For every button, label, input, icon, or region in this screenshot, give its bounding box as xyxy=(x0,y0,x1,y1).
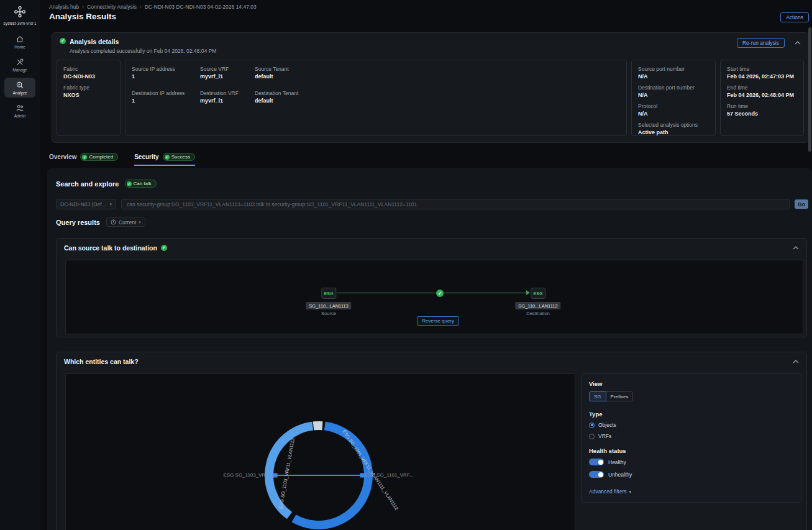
field-value: N/A xyxy=(638,111,709,117)
field-label: Start time xyxy=(727,66,797,72)
field-label: Selected analysis options xyxy=(638,122,709,128)
badge-label: Completed xyxy=(89,154,113,160)
tab-overview[interactable]: Overview ✓ Completed xyxy=(49,153,118,166)
breadcrumb-link-connectivity-analysis[interactable]: Connectivity Analysis xyxy=(87,4,137,10)
field-value: NXOS xyxy=(63,92,114,98)
page-scrollbar[interactable] xyxy=(808,27,811,152)
view-sg-button[interactable]: SG xyxy=(589,391,606,401)
admin-icon xyxy=(16,104,24,112)
view-segmented-control: SG Prefixes xyxy=(589,391,793,401)
fabric-scope-select[interactable]: DC-NDI-N03 (Def... ▾ xyxy=(56,199,116,209)
collapse-entities-chevron-icon[interactable] xyxy=(793,360,799,363)
chord-left-node-label[interactable]: ESG SG_1103_VRF... xyxy=(223,472,272,478)
field-label: Destination Tenant xyxy=(255,90,620,96)
radio-objects[interactable]: Objects xyxy=(589,422,793,428)
radio-unselected-icon xyxy=(589,434,595,439)
badge-label: Can talk xyxy=(134,181,152,186)
breadcrumb-current: DC-NDI-N03 DC-NDI-N03 04-02-2026 14:47:0… xyxy=(145,4,257,10)
security-status-badge: ✓ Success xyxy=(163,153,195,161)
field-value: myvrf_l1 xyxy=(200,98,255,104)
security-tab-panel: Search and explore ✓ Can talk DC-NDI-N03… xyxy=(47,168,812,530)
field-label: Run time xyxy=(727,103,797,109)
check-icon: ✓ xyxy=(82,155,87,160)
check-icon: ✓ xyxy=(161,245,167,251)
tabs: Overview ✓ Completed Security ✓ Success xyxy=(49,153,195,166)
toggle-on-icon xyxy=(589,459,604,465)
sidebar-item-analyze[interactable]: Analyze xyxy=(4,78,35,98)
entities-card-title: Which entities can talk? xyxy=(64,358,139,365)
app-logo-icon xyxy=(12,4,27,19)
success-check-icon: ✓ xyxy=(60,38,66,44)
path-success-check-icon: ✓ xyxy=(436,290,444,297)
sidebar-item-home[interactable]: Home xyxy=(4,32,35,52)
destination-name-chip[interactable]: SG_110...LAN1112 xyxy=(515,302,560,309)
advanced-filters-link[interactable]: Advanced filters ▾ xyxy=(589,488,793,495)
toggle-label: Healthy xyxy=(608,459,626,465)
breadcrumb-separator: › xyxy=(140,4,142,10)
entities-card: Which entities can talk? ESG SG_1103_VRF… xyxy=(56,352,807,530)
collapse-details-chevron-icon[interactable] xyxy=(795,41,801,45)
query-mode-value: Current xyxy=(119,219,136,226)
field-value: default xyxy=(255,98,620,104)
source-esg-node[interactable]: ESG xyxy=(321,288,336,299)
breadcrumb: Analysis hub › Connectivity Analysis › D… xyxy=(49,4,257,10)
radio-vrfs[interactable]: VRFs xyxy=(589,433,793,439)
source-role-label: Source xyxy=(321,311,336,316)
reverse-query-button[interactable]: Reverse query xyxy=(417,316,459,326)
check-icon: ✓ xyxy=(127,181,132,186)
chevron-down-icon: ▾ xyxy=(139,220,141,224)
field-label: Source VRF xyxy=(200,66,255,72)
type-label: Type xyxy=(589,411,793,418)
field-value: 1 xyxy=(132,98,200,104)
nav-label: Admin xyxy=(14,114,25,118)
toggle-healthy[interactable]: Healthy xyxy=(589,459,793,465)
tab-security[interactable]: Security ✓ Success xyxy=(134,153,195,166)
field-label: Source Tenant xyxy=(255,66,620,72)
actions-button[interactable]: Actions xyxy=(780,12,809,22)
overview-status-badge: ✓ Completed xyxy=(80,153,118,161)
scope-select-value: DC-NDI-N03 (Def... xyxy=(60,201,107,208)
source-name-chip[interactable]: SG_110...LAN1113 xyxy=(306,302,351,309)
toggle-label: Unhealthy xyxy=(608,472,632,478)
advanced-filters-label: Advanced filters xyxy=(589,488,626,495)
health-status-label: Health status xyxy=(589,447,793,454)
analysis-details-title: Analysis details xyxy=(70,38,216,45)
chord-chart-panel: ESG SG_1103_VRF... ESG SG_1101_VRF... ES… xyxy=(65,373,575,530)
field-label: End time xyxy=(727,85,797,91)
sidebar-nav: Home Manage Analyze Admin xyxy=(0,32,40,121)
options-info-box: Source port numberN/A Destination port n… xyxy=(631,60,716,136)
sidebar-item-manage[interactable]: Manage xyxy=(4,55,35,75)
go-button[interactable]: Go xyxy=(795,199,808,209)
analysis-details-heading: Analysis details Analysis completed succ… xyxy=(70,38,216,54)
endpoints-info-box: Source IP address1 Source VRFmyvrf_l1 So… xyxy=(125,60,627,136)
tab-label: Security xyxy=(134,153,158,160)
query-results-title: Query results xyxy=(56,219,100,226)
query-input[interactable] xyxy=(121,199,790,209)
destination-node-group: ESG SG_110...LAN1112 Destination xyxy=(515,288,560,316)
destination-esg-node[interactable]: ESG xyxy=(531,288,545,299)
filters-panel: View SG Prefixes Type Objects VRFs Healt… xyxy=(581,373,801,503)
chevron-down-icon: ▾ xyxy=(629,490,631,494)
toggle-unhealthy[interactable]: Unhealthy xyxy=(589,471,793,478)
tools-icon xyxy=(16,58,24,66)
field-value: myvrf_l1 xyxy=(200,73,255,80)
analyze-icon xyxy=(16,81,24,89)
home-icon xyxy=(16,35,24,43)
badge-label: Success xyxy=(171,154,190,160)
app-logo[interactable]: systest-3vm-vnd-1 xyxy=(0,0,40,26)
sidebar-item-admin[interactable]: Admin xyxy=(4,101,35,121)
nav-label: Analyze xyxy=(12,91,27,95)
field-label: Protocol xyxy=(638,103,709,109)
field-value: N/A xyxy=(638,92,709,98)
field-value: Active path xyxy=(638,129,709,135)
query-mode-select[interactable]: Current ▾ xyxy=(106,217,145,227)
collapse-can-talk-chevron-icon[interactable] xyxy=(793,246,799,250)
can-talk-badge: ✓ Can talk xyxy=(125,180,157,188)
view-prefixes-button[interactable]: Prefixes xyxy=(606,391,634,401)
breadcrumb-link-analysis-hub[interactable]: Analysis hub xyxy=(49,4,79,10)
field-value: DC-NDI-N03 xyxy=(63,73,114,80)
field-label: Destination port number xyxy=(638,85,709,91)
nav-label: Home xyxy=(14,45,25,49)
field-value: Feb 04 2026, 02:47:03 PM xyxy=(727,73,797,80)
rerun-analysis-button[interactable]: Re-run analysis xyxy=(737,38,785,48)
